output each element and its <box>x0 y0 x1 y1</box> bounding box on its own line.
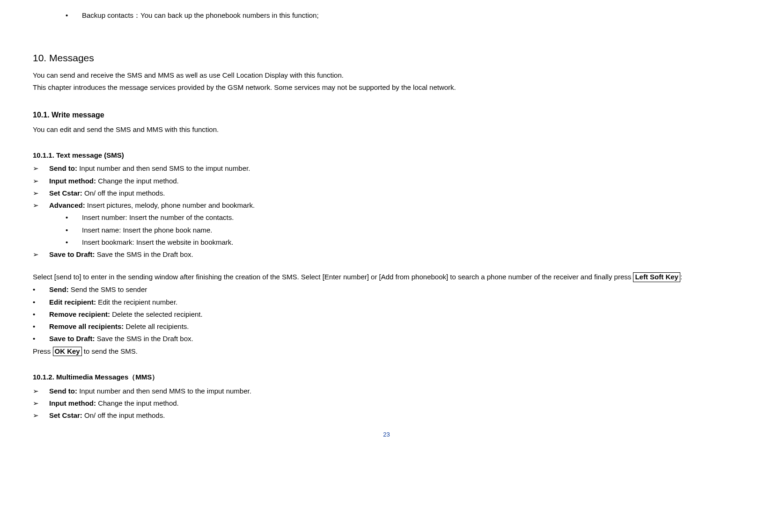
paragraph: You can edit and send the SMS and MMS wi… <box>33 124 740 135</box>
list-item: ➢ Save to Draft: Save the SMS in the Dra… <box>33 249 740 260</box>
bullet-icon: • <box>33 225 82 235</box>
list-text: Save to Draft: Save the SMS in the Draft… <box>49 333 193 344</box>
list-item: • Remove all recipients: Delete all reci… <box>33 321 740 332</box>
bullet-icon: • <box>33 284 49 295</box>
list-text: Send to: Input number and then send MMS … <box>49 386 251 396</box>
chevron-icon: ➢ <box>33 410 49 421</box>
list-item: ➢ Set Cstar: On/ off the input methods. <box>33 188 740 198</box>
paragraph: Select [send to] to enter in the sending… <box>33 271 740 283</box>
list-item: ➢ Advanced: Insert pictures, melody, pho… <box>33 200 740 211</box>
list-text: Insert bookmark: Insert the website in b… <box>82 237 233 248</box>
paragraph: Press OK Key to send the SMS. <box>33 346 740 357</box>
list-text: Backup contacts：You can back up the phon… <box>82 10 319 21</box>
bullet-icon: • <box>33 10 82 21</box>
list-item: • Save to Draft: Save the SMS in the Dra… <box>33 333 740 344</box>
chevron-icon: ➢ <box>33 188 49 198</box>
bullet-icon: • <box>33 212 82 223</box>
list-item: ➢ Send to: Input number and then send MM… <box>33 386 740 396</box>
list-text: Insert number: Insert the number of the … <box>82 212 234 223</box>
chevron-icon: ➢ <box>33 175 49 186</box>
list-item: ➢ Input method: Change the input method. <box>33 175 740 186</box>
list-text: Advanced: Insert pictures, melody, phone… <box>49 200 255 211</box>
list-item: • Backup contacts：You can back up the ph… <box>33 10 740 21</box>
sub-list-item: • Insert name: Insert the phone book nam… <box>33 225 740 235</box>
section-heading: 10. Messages <box>33 52 740 64</box>
sub-list-item: • Insert number: Insert the number of th… <box>33 212 740 223</box>
list-item: ➢ Set Cstar: On/ off the input methods. <box>33 410 740 421</box>
key-label: Left Soft Key <box>633 272 680 282</box>
chevron-icon: ➢ <box>33 398 49 408</box>
list-item: ➢ Input method: Change the input method. <box>33 398 740 408</box>
chevron-icon: ➢ <box>33 386 49 396</box>
chevron-icon: ➢ <box>33 200 49 211</box>
bullet-icon: • <box>33 309 49 320</box>
list-text: Input method: Change the input method. <box>49 175 179 186</box>
paragraph: You can send and receive the SMS and MMS… <box>33 70 740 81</box>
list-text: Set Cstar: On/ off the input methods. <box>49 188 165 198</box>
bullet-icon: • <box>33 237 82 248</box>
list-text: Insert name: Insert the phone book name. <box>82 225 213 235</box>
key-label: OK Key <box>53 347 82 357</box>
subsection-heading: 10.1. Write message <box>33 111 740 119</box>
list-item: • Remove recipient: Delete the selected … <box>33 309 740 320</box>
sub-list-item: • Insert bookmark: Insert the website in… <box>33 237 740 248</box>
list-text: Save to Draft: Save the SMS in the Draft… <box>49 249 193 260</box>
subsubsection-heading: 10.1.2. Multimedia Messages（MMS） <box>33 373 740 382</box>
list-text: Input method: Change the input method. <box>49 398 179 408</box>
document-page: • Backup contacts：You can back up the ph… <box>0 0 773 438</box>
list-text: Send: Send the SMS to sender <box>49 284 147 295</box>
list-text: Edit recipient: Edit the recipient numbe… <box>49 297 177 307</box>
chevron-icon: ➢ <box>33 249 49 260</box>
list-text: Send to: Input number and then send SMS … <box>49 163 250 174</box>
bullet-icon: • <box>33 333 49 344</box>
chevron-icon: ➢ <box>33 163 49 174</box>
list-item: • Edit recipient: Edit the recipient num… <box>33 297 740 307</box>
list-item: • Send: Send the SMS to sender <box>33 284 740 295</box>
bullet-icon: • <box>33 321 49 332</box>
subsubsection-heading: 10.1.1. Text message (SMS) <box>33 151 740 159</box>
list-text: Remove recipient: Delete the selected re… <box>49 309 203 320</box>
list-text: Set Cstar: On/ off the input methods. <box>49 410 165 421</box>
list-item: ➢ Send to: Input number and then send SM… <box>33 163 740 174</box>
list-text: Remove all recipients: Delete all recipi… <box>49 321 189 332</box>
page-number: 23 <box>33 431 740 438</box>
paragraph: This chapter introduces the message serv… <box>33 82 740 93</box>
bullet-icon: • <box>33 297 49 307</box>
